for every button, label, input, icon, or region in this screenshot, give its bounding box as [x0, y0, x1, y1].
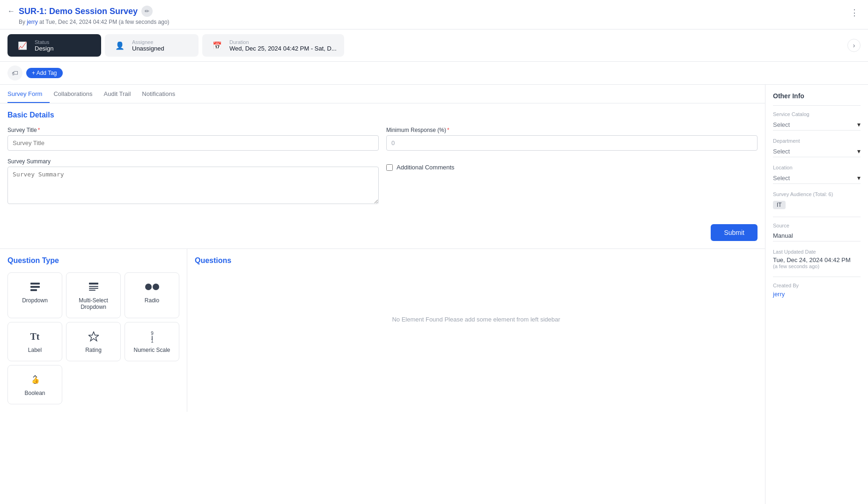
form-row-top: Survey Title * Minimum Response (%) * [7, 127, 758, 151]
min-response-input[interactable] [386, 135, 758, 151]
numeric-scale-icon: 91 [147, 330, 157, 343]
svg-rect-6 [89, 290, 96, 291]
location-chevron: ▾ [857, 174, 861, 182]
radio-label: Radio [145, 297, 159, 304]
survey-audience-label: Survey Audience (Total: 6) [773, 191, 861, 197]
back-button[interactable]: ← [7, 7, 15, 15]
svg-marker-9 [88, 332, 99, 341]
last-updated-value: Tue, Dec 24, 2024 04:42 PM [773, 256, 861, 263]
question-type-rating[interactable]: Rating [66, 322, 121, 361]
questions-panel: Questions No Element Found Please add so… [187, 249, 765, 412]
svg-rect-4 [89, 286, 98, 287]
assignee-label: Assignee [132, 39, 164, 45]
svg-rect-1 [30, 286, 40, 288]
created-by-value[interactable]: jerry [773, 291, 785, 298]
department-select[interactable]: Select [773, 148, 857, 155]
status-value: Design [35, 45, 53, 52]
submit-row: Submit [0, 220, 765, 248]
survey-title-col: Survey Title * [7, 127, 379, 151]
main-layout: Survey Form Collaborations Audit Trail N… [0, 85, 868, 504]
label-label: Label [28, 347, 42, 353]
source-value: Manual [773, 230, 861, 241]
tab-survey-form[interactable]: Survey Form [7, 85, 50, 103]
header-title: ← SUR-1: Demo Session Survey ✏ [7, 6, 169, 17]
assignee-info: Assignee Unassigned [132, 39, 164, 52]
subtitle: By jerry at Tue, Dec 24, 2024 04:42 PM (… [19, 19, 169, 25]
status-icon: 📈 [15, 38, 30, 53]
created-by-field: Created By jerry [773, 283, 861, 298]
no-element-message: No Element Found Please add some element… [195, 272, 758, 366]
status-card[interactable]: 📈 Status Design [7, 34, 101, 57]
additional-comments-col: Additional Comments [386, 158, 758, 205]
service-catalog-select[interactable]: Select [773, 121, 857, 128]
question-type-panel: Question Type Dropdown Multi-Select Drop… [0, 249, 187, 412]
numeric-scale-label: Numeric Scale [133, 347, 170, 353]
tab-collaborations[interactable]: Collaborations [53, 85, 100, 103]
label-icon: Tt [30, 330, 40, 343]
edit-icon[interactable]: ✏ [141, 6, 153, 17]
more-options-button[interactable]: ⋮ [848, 6, 861, 20]
location-select[interactable]: Select [773, 175, 857, 182]
survey-summary-input[interactable] [7, 167, 379, 204]
survey-audience-badge: IT [773, 201, 786, 209]
location-select-wrapper[interactable]: Select ▾ [773, 172, 861, 184]
svg-text:9: 9 [151, 331, 154, 336]
department-select-wrapper[interactable]: Select ▾ [773, 146, 861, 157]
survey-audience-field: Survey Audience (Total: 6) IT [773, 191, 861, 209]
duration-card[interactable]: 📅 Duration Wed, Dec 25, 2024 04:42 PM - … [202, 34, 344, 57]
source-label: Source [773, 223, 861, 228]
created-by-label: Created By [773, 283, 861, 288]
divider-3 [773, 277, 861, 277]
survey-title-label: Survey Title * [7, 127, 379, 133]
last-updated-field: Last Updated Date Tue, Dec 24, 2024 04:4… [773, 249, 861, 269]
svg-rect-2 [30, 289, 37, 291]
question-type-radio[interactable]: Radio [125, 272, 179, 318]
form-section: Basic Details Survey Title * Minimum Res… [0, 103, 765, 220]
survey-title-input[interactable] [7, 135, 379, 151]
assignee-card[interactable]: 👤 Assignee Unassigned [105, 34, 199, 57]
duration-label: Duration [229, 39, 337, 45]
page-header: ← SUR-1: Demo Session Survey ✏ By jerry … [0, 0, 868, 29]
add-tag-button[interactable]: + Add Tag [26, 68, 63, 78]
dropdown-label: Dropdown [22, 297, 48, 304]
tag-icon: 🏷 [7, 66, 22, 80]
boolean-label: Boolean [24, 390, 45, 396]
status-nav-arrow[interactable]: › [847, 39, 861, 52]
min-response-col: Minimum Response (%) * [386, 127, 758, 151]
location-field: Location Select ▾ [773, 165, 861, 184]
min-response-required: * [447, 127, 449, 133]
department-label: Department [773, 138, 861, 144]
additional-comments-label: Additional Comments [397, 164, 455, 171]
tab-notifications[interactable]: Notifications [142, 85, 183, 103]
tags-bar: 🏷 + Add Tag [0, 62, 868, 85]
header-left: ← SUR-1: Demo Session Survey ✏ By jerry … [7, 6, 169, 25]
assignee-icon: 👤 [112, 38, 127, 53]
service-catalog-chevron: ▾ [857, 121, 861, 128]
page-title: SUR-1: Demo Session Survey [19, 7, 138, 16]
additional-comments-row: Additional Comments [386, 164, 758, 171]
svg-text:👍: 👍 [31, 376, 39, 384]
tab-audit-trail[interactable]: Audit Trail [104, 85, 139, 103]
status-label: Status [35, 39, 53, 45]
service-catalog-select-wrapper[interactable]: Select ▾ [773, 119, 861, 131]
location-label: Location [773, 165, 861, 170]
questions-title: Questions [195, 256, 758, 265]
svg-rect-0 [30, 283, 40, 285]
additional-comments-checkbox[interactable] [386, 164, 393, 171]
question-type-label[interactable]: Tt Label [7, 322, 62, 361]
survey-summary-label: Survey Summary [7, 158, 379, 165]
divider-2 [773, 217, 861, 217]
question-type-boolean[interactable]: 👍 Boolean [7, 365, 62, 404]
multi-select-icon [88, 280, 99, 293]
status-bar: 📈 Status Design 👤 Assignee Unassigned 📅 … [0, 29, 868, 62]
basic-details-title: Basic Details [7, 111, 758, 119]
question-type-dropdown[interactable]: Dropdown [7, 272, 62, 318]
submit-button[interactable]: Submit [711, 224, 758, 241]
user-link[interactable]: jerry [27, 19, 37, 25]
duration-icon: 📅 [210, 38, 225, 53]
question-type-grid: Dropdown Multi-Select Dropdown Radio [7, 272, 179, 404]
question-type-numeric-scale[interactable]: 91 Numeric Scale [125, 322, 179, 361]
question-type-multi-select[interactable]: Multi-Select Dropdown [66, 272, 121, 318]
multi-select-label: Multi-Select Dropdown [79, 297, 108, 310]
min-response-label: Minimum Response (%) * [386, 127, 758, 133]
